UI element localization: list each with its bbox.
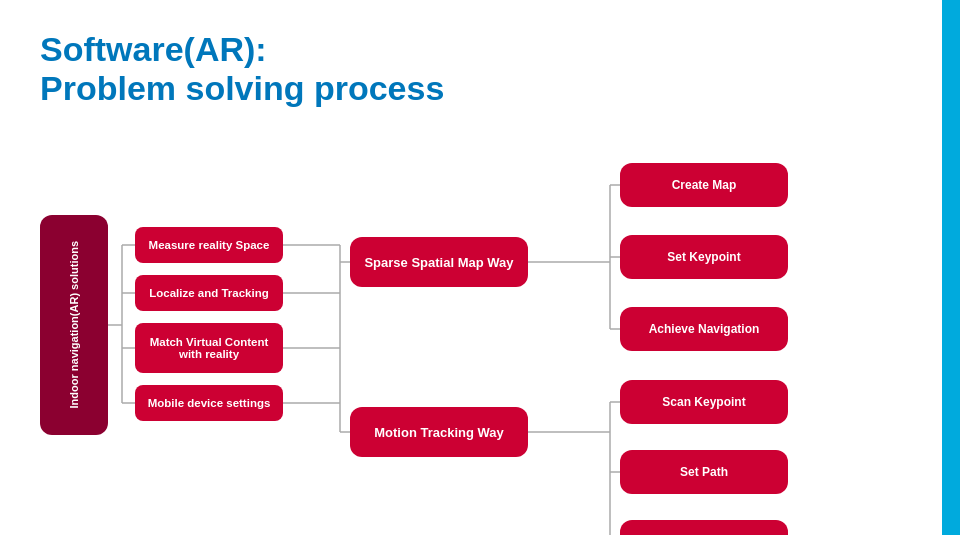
right-node-motion-0: Scan Keypoint [620, 380, 788, 424]
right-node-sparse-0: Create Map [620, 163, 788, 207]
way-node-0: Sparse Spatial Map Way [350, 237, 528, 287]
right-node-sparse-2: Achieve Navigation [620, 307, 788, 351]
right-accent-bar [942, 0, 960, 535]
title-line1: Software(AR): [40, 30, 444, 69]
title-line2: Problem solving process [40, 69, 444, 108]
right-node-motion-2: Achieve Navigation [620, 520, 788, 535]
right-node-motion-1: Set Path [620, 450, 788, 494]
sub-item-2: Match Virtual Content with reality [135, 323, 283, 373]
sub-item-3: Mobile device settings [135, 385, 283, 421]
root-node-label: Indoor navigation(AR) solutions [67, 241, 81, 408]
right-node-sparse-1: Set Keypoint [620, 235, 788, 279]
title-area: Software(AR): Problem solving process [40, 30, 444, 108]
diagram: Indoor navigation(AR) solutions Measure … [30, 155, 930, 525]
way-node-1: Motion Tracking Way [350, 407, 528, 457]
root-node: Indoor navigation(AR) solutions [40, 215, 108, 435]
sub-item-1: Localize and Tracking [135, 275, 283, 311]
sub-item-0: Measure reality Space [135, 227, 283, 263]
